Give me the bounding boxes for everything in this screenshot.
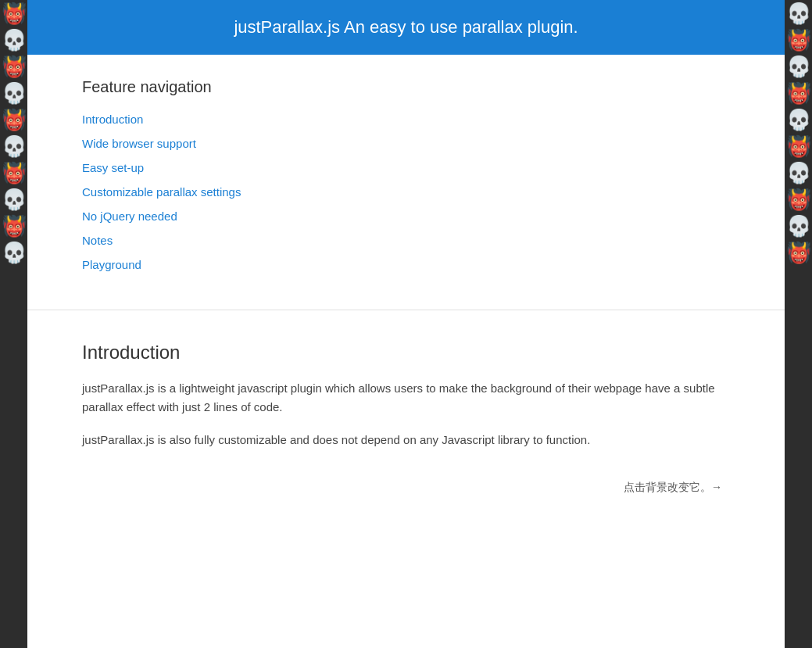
main-wrapper: justParallax.js An easy to use parallax … [27,0,785,648]
nav-link-wide-browser-support[interactable]: Wide browser support [82,137,196,150]
nav-link-no-jquery[interactable]: No jQuery needed [82,209,177,223]
list-item: No jQuery needed [82,206,730,227]
intro-paragraph-2: justParallax.js is also fully customizab… [82,431,730,449]
nav-link-notes[interactable]: Notes [82,234,113,247]
nav-heading: Feature navigation [82,78,730,96]
bottom-link-area: 点击背景改变它。→ [82,481,730,495]
intro-section: Introduction justParallax.js is a lightw… [27,310,785,526]
right-decoration: 💀 👹 💀 👹 💀 👹 💀 👹 💀 👹 [785,0,812,648]
intro-paragraph-1: justParallax.js is a lightweight javascr… [82,379,730,417]
list-item: Introduction [82,109,730,130]
page-header: justParallax.js An easy to use parallax … [27,0,785,55]
nav-link-playground[interactable]: Playground [82,258,141,271]
intro-heading: Introduction [82,342,730,363]
nav-link-customizable-settings[interactable]: Customizable parallax settings [82,185,241,199]
nav-section: Feature navigation Introduction Wide bro… [27,55,785,310]
page-title: justParallax.js An easy to use parallax … [43,17,769,38]
nav-link-introduction[interactable]: Introduction [82,113,143,126]
list-item: Playground [82,254,730,275]
list-item: Customizable parallax settings [82,181,730,202]
nav-link-easy-setup[interactable]: Easy set-up [82,161,144,174]
nav-list: Introduction Wide browser support Easy s… [82,109,730,275]
list-item: Notes [82,230,730,251]
list-item: Easy set-up [82,157,730,178]
list-item: Wide browser support [82,133,730,154]
left-decoration: 👹 💀 👹 💀 👹 💀 👹 💀 👹 💀 [0,0,27,648]
change-background-link[interactable]: 点击背景改变它。→ [624,481,722,493]
